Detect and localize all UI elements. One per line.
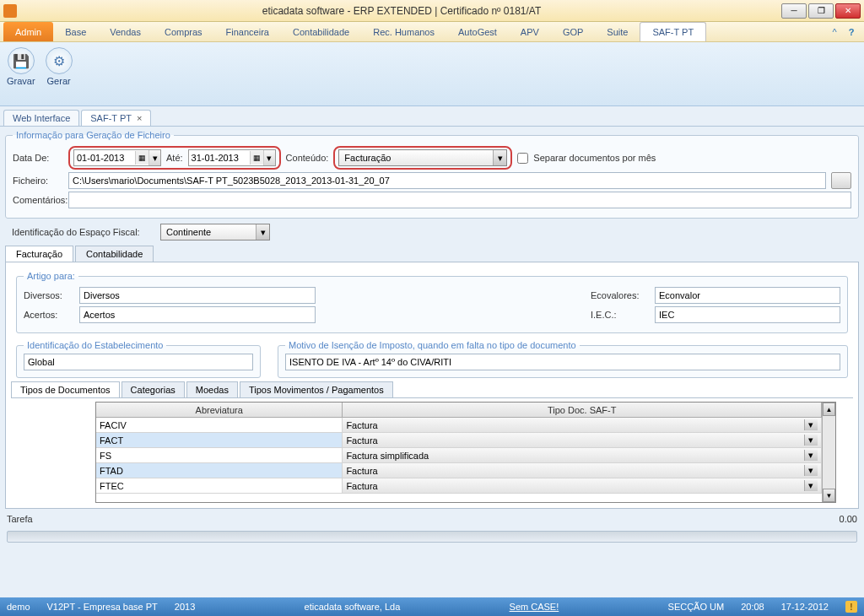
ficheiro-input[interactable] [68, 172, 826, 189]
status-company: V12PT - Empresa base PT [47, 602, 158, 612]
cell-tiposaft[interactable]: Factura▾ [343, 478, 822, 493]
menu-apv[interactable]: APV [509, 22, 551, 41]
comentarios-input[interactable] [68, 192, 851, 208]
cell-tiposaft[interactable]: Factura▾ [343, 433, 822, 447]
calendar-icon[interactable]: ▦ [250, 151, 263, 165]
table-row[interactable]: FACIVFactura▾ [96, 418, 822, 433]
motivo-legend: Motivo de Isenção de Imposto, quando em … [285, 340, 580, 350]
ecovalores-label: Ecovalores: [591, 290, 650, 300]
acertos-input[interactable] [79, 306, 316, 323]
close-tab-icon[interactable]: × [137, 113, 142, 123]
close-button[interactable]: ✕ [835, 3, 861, 19]
save-icon: 💾 [8, 47, 35, 74]
help-icon[interactable]: ? [845, 26, 857, 38]
cell-abreviatura[interactable]: FTAD [96, 463, 343, 478]
fiscal-combo[interactable]: Continente ▾ [160, 224, 270, 240]
diversos-input[interactable] [79, 287, 316, 304]
datade-input[interactable]: ▦ ▾ [73, 149, 161, 166]
dropdown-icon[interactable]: ▾ [256, 224, 269, 240]
artigo-fieldset: Artigo para: Diversos: Ecovalores: Acert… [16, 271, 848, 333]
date-range-highlight: ▦ ▾ Até: ▦ ▾ [68, 146, 281, 170]
dropdown-icon[interactable]: ▾ [148, 150, 160, 165]
dropdown-icon[interactable]: ▾ [263, 150, 275, 165]
table-row[interactable]: FTECFactura▾ [96, 478, 822, 494]
dropdown-icon[interactable]: ▾ [804, 480, 818, 491]
separar-checkbox[interactable] [517, 153, 528, 164]
estabelecimento-legend: Identificação do Estabelecimento [24, 340, 166, 350]
cell-tiposaft[interactable]: Factura simplificada▾ [343, 448, 822, 462]
innertab-facturacao[interactable]: Facturação [5, 246, 73, 262]
comentarios-label: Comentários: [13, 195, 63, 205]
status-case-link[interactable]: Sem CASE! [510, 602, 559, 612]
cell-tiposaft[interactable]: Factura▾ [343, 418, 822, 432]
menu-base[interactable]: Base [53, 22, 98, 41]
estabelecimento-fieldset: Identificação do Estabelecimento [16, 340, 261, 378]
table-row[interactable]: FACTFactura▾ [96, 433, 822, 448]
menu-autogest[interactable]: AutoGest [446, 22, 509, 41]
dropdown-icon[interactable]: ▾ [493, 150, 506, 165]
subtab-moedas[interactable]: Moedas [186, 381, 238, 397]
menu-suite[interactable]: Suite [595, 22, 640, 41]
grid-col-abreviatura[interactable]: Abreviatura [96, 403, 343, 418]
grid-scrollbar[interactable]: ▲ ▼ [822, 403, 835, 502]
progress-bar [7, 531, 857, 543]
ate-input[interactable]: ▦ ▾ [188, 149, 276, 166]
documents-grid: Abreviatura Tipo Doc. SAF-T FACIVFactura… [95, 402, 836, 503]
doctab-webinterface[interactable]: Web Interface [3, 110, 79, 126]
calendar-icon[interactable]: ▦ [135, 151, 148, 165]
menu-saftpt[interactable]: SAF-T PT [640, 22, 706, 41]
minimize-button[interactable]: ─ [781, 3, 807, 19]
warning-icon[interactable]: ! [845, 601, 857, 613]
cell-abreviatura[interactable]: FS [96, 448, 343, 462]
ecovalores-input[interactable] [655, 287, 840, 304]
menu-admin[interactable]: Admin [3, 22, 53, 41]
subtab-categorias[interactable]: Categorias [122, 381, 185, 397]
menu-rechumanos[interactable]: Rec. Humanos [361, 22, 446, 41]
dropdown-icon[interactable]: ▾ [804, 465, 818, 476]
task-value: 0.00 [840, 514, 857, 529]
maximize-button[interactable]: ❐ [808, 3, 834, 19]
table-row[interactable]: FTADFactura▾ [96, 463, 822, 478]
motivo-input[interactable] [285, 354, 840, 370]
separar-label: Separar documentos por mês [533, 153, 656, 163]
task-label: Tarefa [7, 514, 33, 529]
status-time: 20:08 [741, 602, 764, 612]
menu-gop[interactable]: GOP [551, 22, 595, 41]
expand-icon[interactable]: ^ [829, 26, 840, 38]
dropdown-icon[interactable]: ▾ [804, 435, 818, 446]
gerar-button[interactable]: ⚙ Gerar [46, 47, 73, 86]
acertos-label: Acertos: [24, 310, 74, 320]
status-year: 2013 [175, 602, 195, 612]
window-title: eticadata software - ERP EXTENDED | Cert… [22, 5, 781, 17]
status-demo: demo [7, 602, 30, 612]
menu-compras[interactable]: Compras [153, 22, 214, 41]
cell-abreviatura[interactable]: FTEC [96, 478, 343, 493]
iec-input[interactable] [655, 306, 840, 323]
cell-abreviatura[interactable]: FACIV [96, 418, 343, 432]
dropdown-icon[interactable]: ▾ [804, 450, 818, 461]
subtab-tipos[interactable]: Tipos de Documentos [11, 381, 120, 397]
gravar-button[interactable]: 💾 Gravar [7, 47, 35, 86]
gear-icon: ⚙ [46, 47, 73, 74]
status-software: eticadata software, Lda [305, 602, 401, 612]
scroll-up-icon[interactable]: ▲ [823, 403, 835, 416]
subtab-movimentos[interactable]: Tipos Movimentos / Pagamentos [240, 381, 393, 397]
browse-button[interactable] [831, 172, 851, 189]
motivo-fieldset: Motivo de Isenção de Imposto, quando em … [278, 340, 848, 378]
cell-abreviatura[interactable]: FACT [96, 433, 343, 447]
menu-financeira[interactable]: Financeira [214, 22, 281, 41]
diversos-label: Diversos: [24, 290, 74, 300]
grid-col-tiposaft[interactable]: Tipo Doc. SAF-T [343, 403, 822, 418]
conteudo-combo[interactable]: Facturação ▾ [338, 149, 507, 166]
innertab-contabilidade[interactable]: Contabilidade [75, 246, 154, 262]
estabelecimento-input[interactable] [24, 354, 253, 370]
scroll-down-icon[interactable]: ▼ [823, 489, 835, 502]
menu-vendas[interactable]: Vendas [98, 22, 153, 41]
dropdown-icon[interactable]: ▾ [804, 419, 818, 430]
menu-contabilidade[interactable]: Contabilidade [281, 22, 361, 41]
ficheiro-label: Ficheiro: [13, 176, 63, 186]
table-row[interactable]: FSFactura simplificada▾ [96, 448, 822, 463]
doctab-saftpt[interactable]: SAF-T PT× [81, 110, 151, 126]
cell-tiposaft[interactable]: Factura▾ [343, 463, 822, 478]
artigo-legend: Artigo para: [24, 271, 78, 281]
